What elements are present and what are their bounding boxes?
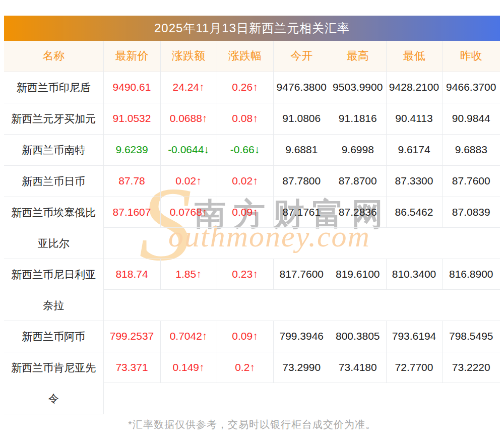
currency-pair-name: 新西兰币尼日利亚 奈拉 [4,259,103,321]
table-row: 新西兰币日币87.780.02↑0.02↑87.780087.870087.33… [4,165,500,197]
cell-high: 800.3805 [330,321,386,352]
cell-latest: 87.1607 [103,197,160,228]
column-header-prev: 昨收 [442,41,500,72]
currency-pair-name: 新西兰币印尼盾 [4,72,103,103]
cell-pct: -0.66↓ [217,134,273,165]
currency-pair-name: 新西兰币肯尼亚先 令 [4,352,103,414]
cell-low: 793.6194 [386,321,442,352]
column-header-open: 今开 [273,41,330,72]
table-row: 新西兰币肯尼亚先 令73.3710.149↑0.2↑73.299073.4180… [4,352,500,383]
cell-open: 9476.3800 [273,72,330,103]
cell-open: 817.7600 [273,259,330,290]
exchange-rate-table: 名称 最新价 涨跌额 涨跌幅 今开 最高 最低 昨收 新西兰币印尼盾9490.6… [4,41,500,414]
spacer-cell [103,290,500,321]
cell-pct: 0.26↑ [217,72,273,103]
cell-latest: 91.0532 [103,103,160,134]
cell-high: 73.4180 [330,352,386,383]
column-header-low: 最低 [386,41,442,72]
cell-open: 799.3946 [273,321,330,352]
cell-prev: 816.8900 [442,259,500,290]
currency-pair-name: 新西兰币日币 [4,165,103,197]
cell-open: 91.0806 [273,103,330,134]
cell-prev: 798.5495 [442,321,500,352]
cell-pct: 0.08↑ [217,103,273,134]
cell-change: 0.0768↑ [160,197,217,228]
cell-low: 72.7700 [386,352,442,383]
cell-pct: 0.09↑ [217,321,273,352]
cell-latest: 73.371 [103,352,160,383]
cell-pct: 0.02↑ [217,165,273,197]
column-header-high: 最高 [330,41,386,72]
cell-pct: 0.23↑ [217,259,273,290]
column-header-latest: 最新价 [103,41,160,72]
cell-high: 9.6998 [330,134,386,165]
cell-pct: 0.09↑ [217,197,273,228]
cell-latest: 9490.61 [103,72,160,103]
currency-pair-name: 新西兰币南特 [4,134,103,165]
cell-high: 819.6100 [330,259,386,290]
cell-change: 1.85↑ [160,259,217,290]
currency-pair-name: 新西兰币埃塞俄比 亚比尔 [4,197,103,259]
cell-change: 0.02↑ [160,165,217,197]
cell-open: 73.2990 [273,352,330,383]
cell-open: 87.1761 [273,197,330,228]
cell-open: 9.6881 [273,134,330,165]
cell-pct: 0.2↑ [217,352,273,383]
cell-latest: 87.78 [103,165,160,197]
cell-prev: 73.2220 [442,352,500,383]
table-row: 新西兰币阿币799.25370.7042↑0.09↑799.3946800.38… [4,321,500,352]
table-row: 新西兰币印尼盾9490.6124.24↑0.26↑9476.38009503.9… [4,72,500,103]
column-header-name: 名称 [4,41,103,72]
cell-low: 87.3300 [386,165,442,197]
table-row: 新西兰币尼日利亚 奈拉818.741.85↑0.23↑817.7600819.6… [4,259,500,290]
cell-change: -0.0644↓ [160,134,217,165]
cell-prev: 9466.3700 [442,72,500,103]
currency-pair-name: 新西兰币阿币 [4,321,103,352]
cell-change: 24.24↑ [160,72,217,103]
cell-open: 87.7800 [273,165,330,197]
page-title: 2025年11月13日新西兰元相关汇率 [4,16,500,41]
cell-change: 0.7042↑ [160,321,217,352]
cell-latest: 818.74 [103,259,160,290]
column-header-change: 涨跌额 [160,41,217,72]
cell-prev: 9.6883 [442,134,500,165]
cell-latest: 9.6239 [103,134,160,165]
cell-low: 9.6174 [386,134,442,165]
cell-change: 0.0688↑ [160,103,217,134]
cell-high: 87.2836 [330,197,386,228]
table-row: 新西兰币埃塞俄比 亚比尔87.16070.0768↑0.09↑87.176187… [4,197,500,228]
currency-pair-name: 新西兰元牙买加元 [4,103,103,134]
table-row: 新西兰币南特9.6239-0.0644↓-0.66↓9.68819.69989.… [4,134,500,165]
cell-low: 9428.2100 [386,72,442,103]
cell-high: 87.8700 [330,165,386,197]
table-header-row: 名称 最新价 涨跌额 涨跌幅 今开 最高 最低 昨收 [4,41,500,72]
disclaimer-text: *汇率数据仅供参考，交易时以银行柜台成交价为准。 [4,418,500,431]
cell-low: 90.4113 [386,103,442,134]
cell-prev: 87.0839 [442,197,500,228]
spacer-cell [103,383,500,414]
cell-prev: 87.7600 [442,165,500,197]
cell-low: 810.3400 [386,259,442,290]
table-row: 新西兰元牙买加元91.05320.0688↑0.08↑91.080691.181… [4,103,500,134]
cell-high: 9503.9900 [330,72,386,103]
cell-high: 91.1816 [330,103,386,134]
cell-change: 0.149↑ [160,352,217,383]
cell-prev: 90.9844 [442,103,500,134]
spacer-cell [103,228,500,259]
cell-latest: 799.2537 [103,321,160,352]
cell-low: 86.5462 [386,197,442,228]
page-container: S 南方财富网 outhmoney.com 2025年11月13日新西兰元相关汇… [4,16,500,431]
column-header-pct: 涨跌幅 [217,41,273,72]
